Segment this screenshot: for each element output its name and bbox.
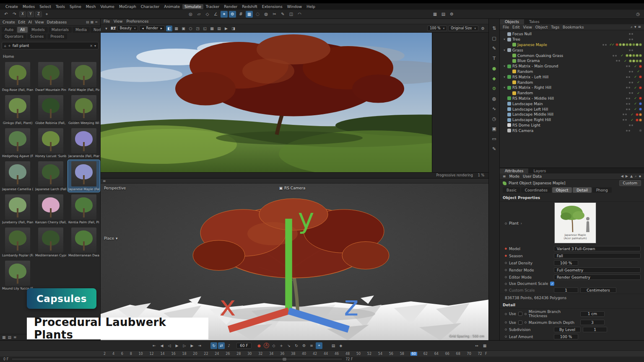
tag-chips[interactable] xyxy=(639,65,642,68)
snap-key-icon[interactable]: ⌖ xyxy=(316,342,322,349)
frame-tick[interactable]: 20 xyxy=(192,352,197,356)
expand-icon[interactable]: ◱ xyxy=(202,26,208,31)
panel-menu-icon[interactable]: ≡ xyxy=(95,20,98,24)
max-branch-field[interactable]: 3 xyxy=(580,320,605,325)
om-menu-object[interactable]: Object xyxy=(535,25,548,29)
region-icon[interactable]: ◳ xyxy=(195,26,201,31)
ipr-icon[interactable]: ▶ xyxy=(223,26,229,31)
menu-item[interactable]: Modes xyxy=(21,4,37,9)
rt-toggle[interactable]: RT xyxy=(111,26,116,31)
rv-menu-item[interactable]: File xyxy=(104,19,110,23)
object-tree-row[interactable]: ▾ RS Matrix - Main Ground ✓ xyxy=(500,64,644,69)
camera-lock-icon[interactable]: ◨ xyxy=(230,26,236,31)
visibility-dots[interactable] xyxy=(629,33,633,35)
coordinate-system-icon[interactable]: ⌖ xyxy=(43,11,50,18)
rv-gear-icon[interactable]: ⚙ xyxy=(480,26,486,31)
frame-ruler[interactable]: 2468101214161820222426283032343638404244… xyxy=(103,352,483,356)
subdivision-mode-dropdown[interactable]: By Level xyxy=(554,327,581,332)
viewport-view-label[interactable]: Perspective xyxy=(104,186,126,190)
visibility-dots[interactable] xyxy=(626,130,630,132)
record-icon[interactable]: ● xyxy=(256,342,262,349)
mode-menu[interactable]: Mode xyxy=(509,174,520,178)
viewport-camera-label[interactable]: ▣ RS Camera xyxy=(279,186,306,190)
object-tree-row[interactable]: Landscape Main ✓ xyxy=(500,101,644,106)
om-menu-bookmarks[interactable]: Bookmarks xyxy=(563,25,584,29)
frame-tick[interactable]: 18 xyxy=(182,352,187,356)
asset-item[interactable]: Lombardy Poplar (Fall... xyxy=(2,226,34,258)
menu-item[interactable]: Simulate xyxy=(182,4,203,9)
layout-icon[interactable]: ▦ xyxy=(91,20,94,24)
menu-item[interactable]: Animate xyxy=(162,4,182,9)
prev-key-icon[interactable]: ◀ xyxy=(158,342,165,349)
scene-nodes-icon[interactable]: ⚙ xyxy=(491,85,498,92)
object-tree-row[interactable]: Landscape Right Hill ✓ xyxy=(500,117,644,123)
zoom-dropdown[interactable]: 100 %▾ xyxy=(427,26,447,31)
frame-tick[interactable]: 46 xyxy=(334,352,339,356)
frame-tick[interactable]: 54 xyxy=(378,352,383,356)
menu-item[interactable]: Select xyxy=(37,4,53,9)
object-tree-row[interactable]: RS Matrix - Middle Hill ✓ xyxy=(500,96,644,101)
asset-item[interactable]: Globe Robinia (Fall, Pl... xyxy=(35,94,67,126)
frame-tick[interactable]: 28 xyxy=(236,352,241,356)
asset-item[interactable]: Japanese Larch (Fall, Pl... xyxy=(35,160,67,192)
ab-menu-ai[interactable]: AI xyxy=(28,20,32,24)
menu-item[interactable]: MoGraph xyxy=(117,4,138,9)
visibility-dots[interactable] xyxy=(629,71,633,72)
om-menu-tags[interactable]: Tags xyxy=(551,25,559,29)
search-icon[interactable]: ⌕ xyxy=(631,25,633,29)
enabled-check-icon[interactable]: ✓ xyxy=(633,75,638,79)
frame-tick[interactable]: 56 xyxy=(389,352,394,356)
menu-item[interactable]: Mesh xyxy=(84,4,98,9)
parameter-icon[interactable]: ⚙ xyxy=(301,342,307,349)
frame-tick[interactable]: 4 xyxy=(112,352,115,356)
grid-icon[interactable]: # xyxy=(237,11,244,18)
frame-tick[interactable]: 22 xyxy=(203,352,208,356)
annotate-icon[interactable]: ✎ xyxy=(491,145,498,153)
list-view-icon[interactable]: ▤ xyxy=(8,335,12,339)
viewport-menu-icon[interactable]: ≡ xyxy=(103,179,106,183)
checker-icon[interactable]: ▩ xyxy=(209,26,215,31)
enabled-check-icon[interactable]: ✓ xyxy=(636,91,641,95)
visibility-dots[interactable] xyxy=(626,76,630,78)
filter-tab[interactable]: All xyxy=(17,27,28,33)
category-tab[interactable]: Scenes xyxy=(27,34,47,39)
frame-tick[interactable]: 14 xyxy=(160,352,165,356)
search-input[interactable] xyxy=(13,44,88,48)
asset-item[interactable]: Mediterranean Dwarf ... xyxy=(68,226,100,258)
enabled-check-icon[interactable]: ✓ xyxy=(629,113,634,116)
visibility-dots[interactable] xyxy=(616,60,620,62)
rv-menu-item[interactable]: Preferences xyxy=(126,19,148,23)
enabled-check-icon[interactable]: ✓ xyxy=(633,96,638,100)
object-tree-row[interactable]: ▾ Tree xyxy=(500,37,644,42)
text-tool-icon[interactable]: T xyxy=(491,55,498,62)
ab-menu-view[interactable]: View xyxy=(35,20,44,24)
max-branch-use-checkbox[interactable] xyxy=(518,321,522,325)
visibility-dots[interactable] xyxy=(626,109,630,110)
frame-tick[interactable]: 72 xyxy=(478,352,483,356)
frame-tick[interactable]: 16 xyxy=(171,352,176,356)
render-settings-icon[interactable]: ⚙ xyxy=(448,11,455,18)
tag-chips[interactable] xyxy=(639,102,642,105)
frame-tick[interactable]: 70 xyxy=(467,352,472,356)
season-dropdown[interactable]: Fall xyxy=(554,253,641,259)
filter-tab[interactable]: Media xyxy=(73,27,90,33)
visibility-dots[interactable] xyxy=(623,114,627,115)
volume-icon[interactable]: ◆ xyxy=(491,75,498,82)
attribute-tab[interactable]: Detail xyxy=(573,187,592,193)
om-menu-edit[interactable]: Edit xyxy=(512,25,519,29)
menu-item[interactable]: Create xyxy=(3,4,20,9)
ab-menu-create[interactable]: Create xyxy=(3,20,15,24)
play-icon[interactable]: ▶ xyxy=(174,342,180,349)
leaf-amount-field[interactable]: 100 % xyxy=(554,334,578,339)
object-tree-row[interactable]: Random ✓ xyxy=(500,69,644,75)
editor-mode-dropdown[interactable]: Render Geometry xyxy=(554,274,641,280)
enabled-check-icon[interactable]: ✓ xyxy=(633,65,638,68)
save-image-icon[interactable]: ▾ xyxy=(103,26,109,31)
tag-chips[interactable] xyxy=(615,43,642,46)
redo-icon[interactable]: ↷ xyxy=(11,11,18,18)
object-tree-row[interactable]: Focus Null xyxy=(500,31,644,37)
visibility-dots[interactable] xyxy=(629,82,633,83)
expand-arrow-icon[interactable]: ▾ xyxy=(503,38,506,41)
marker-icon[interactable]: ◈ xyxy=(338,342,344,349)
object-tree-row[interactable]: RS Camera xyxy=(500,128,644,133)
